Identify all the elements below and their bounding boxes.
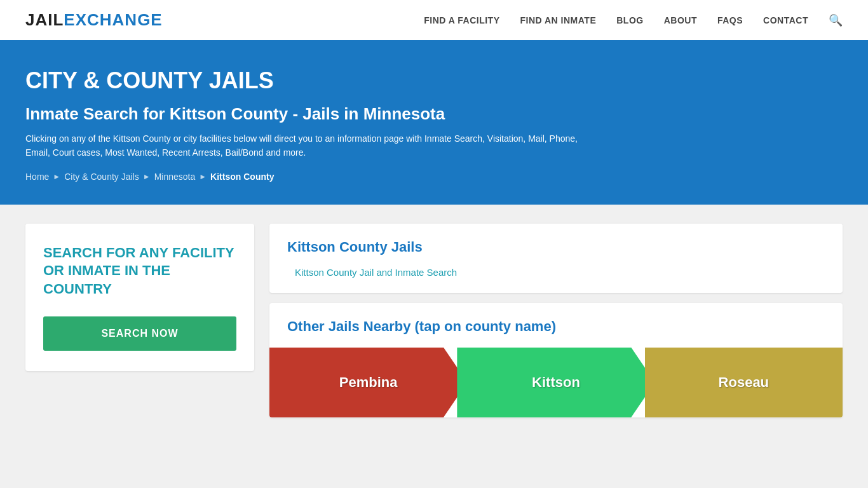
other-jails-title: Other Jails Nearby (tap on county name) — [287, 318, 825, 335]
county-kittson-label: Kittson — [532, 374, 580, 391]
nav-find-inmate[interactable]: FIND AN INMATE — [520, 15, 596, 25]
county-pembina-label: Pembina — [339, 374, 398, 391]
right-panel: Kittson County Jails Kittson County Jail… — [269, 224, 843, 417]
nav-contact[interactable]: CONTACT — [763, 15, 808, 25]
logo-jail: JAIL — [25, 10, 64, 29]
kittson-jail-link[interactable]: Kittson County Jail and Inmate Search — [287, 267, 825, 278]
counties-map: Pembina Kittson Roseau — [269, 348, 843, 417]
site-logo[interactable]: JAILEXCHANGE — [25, 10, 163, 30]
breadcrumb-current: Kittson County — [210, 172, 274, 182]
breadcrumb-state[interactable]: Minnesota — [154, 172, 196, 182]
other-jails-card: Other Jails Nearby (tap on county name) … — [269, 303, 843, 417]
nav-about[interactable]: ABOUT — [664, 15, 697, 25]
nav-blog[interactable]: BLOG — [616, 15, 643, 25]
breadcrumb-sep-2: ► — [143, 172, 151, 181]
main-nav: FIND A FACILITY FIND AN INMATE BLOG ABOU… — [424, 13, 843, 27]
search-promo-text: SEARCH FOR ANY FACILITY OR INMATE IN THE… — [43, 244, 236, 299]
hero-description: Clicking on any of the Kittson County or… — [25, 132, 597, 160]
county-roseau-label: Roseau — [719, 374, 769, 391]
county-pembina[interactable]: Pembina — [269, 348, 467, 417]
search-panel: SEARCH FOR ANY FACILITY OR INMATE IN THE… — [25, 224, 254, 371]
breadcrumb: Home ► City & County Jails ► Minnesota ►… — [25, 172, 843, 182]
page-title: CITY & COUNTY JAILS — [25, 67, 843, 94]
breadcrumb-city-county[interactable]: City & County Jails — [64, 172, 139, 182]
search-now-button[interactable]: SEARCH NOW — [43, 316, 236, 351]
county-roseau[interactable]: Roseau — [645, 348, 843, 417]
nav-faqs[interactable]: FAQs — [717, 15, 743, 25]
kittson-card-title: Kittson County Jails — [287, 239, 825, 255]
nav-find-facility[interactable]: FIND A FACILITY — [424, 15, 499, 25]
county-kittson[interactable]: Kittson — [457, 348, 654, 417]
breadcrumb-sep-1: ► — [53, 172, 60, 181]
search-icon[interactable]: 🔍 — [829, 13, 843, 27]
breadcrumb-sep-3: ► — [199, 172, 207, 181]
hero-section: CITY & COUNTY JAILS Inmate Search for Ki… — [0, 42, 868, 205]
site-header: JAILEXCHANGE FIND A FACILITY FIND AN INM… — [0, 0, 868, 42]
breadcrumb-home[interactable]: Home — [25, 172, 49, 182]
page-subtitle: Inmate Search for Kittson County - Jails… — [25, 104, 843, 124]
kittson-jails-card: Kittson County Jails Kittson County Jail… — [269, 224, 843, 293]
main-content: SEARCH FOR ANY FACILITY OR INMATE IN THE… — [0, 205, 868, 437]
logo-exchange: EXCHANGE — [64, 10, 162, 29]
